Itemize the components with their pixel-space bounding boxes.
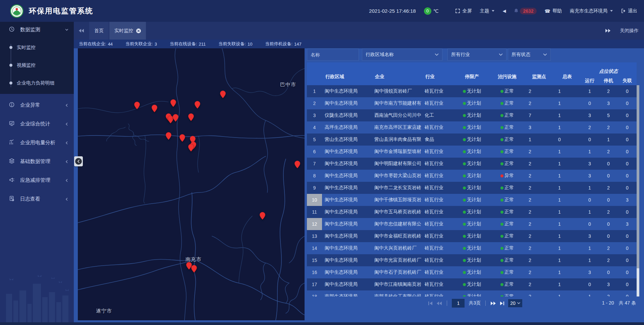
table-row[interactable]: 2 阆中生态环境局 阆中市南方节能建材有 砖瓦行业 无计划 正常 2 1 0 3… (307, 97, 637, 109)
meter-cell: 1 (554, 113, 580, 118)
map-pin-icon[interactable] (220, 91, 226, 98)
table-scrollbar[interactable] (637, 85, 639, 296)
stop-count-cell: 5 (599, 113, 618, 118)
map-pin-icon[interactable] (134, 102, 140, 109)
map-pin-icon[interactable] (195, 101, 200, 109)
tab-list: 首页实时监控 (89, 22, 147, 40)
map-pin-icon[interactable] (170, 99, 176, 107)
map-collapse-toggle[interactable] (74, 156, 83, 166)
horizontal-scrollbar[interactable] (0, 322, 644, 325)
meter-cell: 1 (554, 161, 580, 166)
sidebar-subitem[interactable]: 企业电力负荷明细 (0, 74, 74, 92)
table-row[interactable]: 7 阆中生态环境局 阆中明阳建材有限公司 砖瓦行业 无计划 正常 2 1 3 0… (307, 158, 637, 170)
collapse-sound-button[interactable]: ◀ (502, 8, 506, 13)
stop-count-cell: 0 (599, 161, 618, 166)
table-row[interactable]: 13 阆中生态环境局 阆中市金福旺页岩机砖 砖瓦行业 无计划 正常 2 1 3 … (307, 230, 637, 242)
close-operations-button[interactable]: 关闭操作 (620, 28, 639, 34)
sidebar-item[interactable]: 日志查看 (0, 191, 74, 207)
company-cell: 阆中市忠信建材有限公 (372, 221, 423, 227)
table-row[interactable]: 9 阆中生态环境局 阆中市二龙长宝页岩砖 砖瓦行业 无计划 正常 2 1 1 2… (307, 182, 637, 194)
status-dot-icon (463, 102, 466, 105)
map-markers: 巴中市南充市遂宁市 (78, 48, 305, 320)
status-dot-icon (463, 150, 466, 153)
sidebar-subitem[interactable]: 实时监控 (0, 39, 74, 56)
org-dropdown[interactable]: 南充市生态环境局 (570, 8, 613, 14)
points-cell: 2 (524, 221, 554, 227)
region-cell: 阆中生态环境局 (322, 281, 372, 287)
table-row[interactable]: 10 阆中生态环境局 阆中千佛镇五郎垭页岩 砖瓦行业 无计划 正常 2 1 0 … (307, 194, 637, 206)
table-row[interactable]: 4 高坪生态环境局 南充市高坪区王家店建 砖瓦行业 无计划 正常 3 1 2 2… (307, 121, 637, 133)
region-filter-select[interactable]: 行政区域名称 (362, 49, 442, 61)
table-row[interactable]: 3 仪陇生态环境局 西南油气田分公司川中 化工 无计划 正常 7 1 3 5 0 (307, 109, 637, 121)
page-number-input[interactable] (452, 299, 465, 308)
meter-cell: 1 (554, 173, 580, 178)
map-pin-icon[interactable] (188, 113, 194, 121)
table-row[interactable]: 8 阆中生态环境局 阆中市枣碧大梁山页岩 砖瓦行业 无计划 异常 2 1 3 0… (307, 170, 637, 182)
map-pin-icon[interactable] (191, 265, 197, 273)
table-row[interactable]: 18 南部生态环境局 南部县砖化工有限公司 砖瓦行业 无计划 正常 2 1 1 … (307, 290, 637, 296)
run-count-cell: 1 (580, 209, 599, 215)
sidebar-item[interactable]: 应急减排管理 (0, 172, 74, 188)
table-row[interactable]: 14 阆中生态环境局 阆中大兴页岩机砖厂 砖瓦行业 无计划 正常 2 1 1 2… (307, 242, 637, 254)
next-page-button[interactable] (490, 302, 496, 305)
map-canvas[interactable]: 巴中市南充市遂宁市 (78, 48, 305, 320)
stop-count-cell: 0 (599, 221, 618, 227)
map-pin-icon[interactable] (294, 161, 300, 168)
last-page-button[interactable] (500, 302, 504, 305)
table-row[interactable]: 16 阆中生态环境局 阆中市石子页岩机砖厂 砖瓦行业 无计划 正常 2 1 3 … (307, 266, 637, 278)
lost-count-cell: 0 (618, 270, 637, 275)
sidebar-item[interactable]: 企业异常 (0, 97, 74, 113)
sidebar-item[interactable]: 数据监测 (0, 22, 74, 37)
industry-filter-select[interactable]: 所有行业 (447, 49, 506, 61)
sidebar-item-label: 基础数据管理 (20, 158, 50, 165)
table-row[interactable]: 15 阆中生态环境局 阆中市光富页岩机砖厂 砖瓦行业 无计划 正常 2 1 1 … (307, 254, 637, 266)
map-pin-icon[interactable] (173, 114, 178, 122)
table-row[interactable]: 17 阆中生态环境局 阆中市江南镇阆南页岩 砖瓦行业 无计划 正常 2 1 0 … (307, 278, 637, 290)
stat-label: 当前失联设备: (218, 41, 246, 47)
scrollbar-thumb[interactable] (637, 85, 639, 268)
map-pin-icon[interactable] (179, 134, 185, 142)
sidebar-item[interactable]: 企业综合统计 (0, 116, 74, 131)
logout-button[interactable]: 退出 (621, 8, 637, 14)
total-count-label: 共 47 条 (619, 300, 636, 306)
facility-status-cell: 正常 (490, 149, 524, 155)
sidebar-item[interactable]: 基础数据管理 (0, 154, 74, 169)
map-pin-icon[interactable] (166, 132, 171, 140)
tabs-scroll-right-button[interactable] (605, 29, 610, 33)
points-cell: 1 (524, 137, 554, 142)
map-pin-icon[interactable] (260, 212, 265, 220)
help-button[interactable]: ☎ 帮助 (545, 8, 562, 14)
first-page-button[interactable] (428, 302, 433, 305)
sidebar-item[interactable]: 企业用电量分析 (0, 135, 74, 150)
table-row[interactable]: 5 营山生态环境局 营山县润丰肉食品有限 食品 无计划 正常 1 0 0 1 0 (307, 133, 637, 146)
map-pin-icon[interactable] (188, 144, 194, 152)
theme-dropdown[interactable]: 主题 (480, 8, 494, 14)
tab-close-icon[interactable] (136, 29, 141, 33)
name-filter-input[interactable] (307, 49, 359, 61)
page-size-select[interactable]: 20 (508, 299, 522, 307)
status-dot-icon (463, 283, 466, 286)
table-row[interactable]: 12 阆中生态环境局 阆中市忠信建材有限公 砖瓦行业 无计划 正常 2 1 0 … (307, 218, 637, 230)
table-row[interactable]: 1 阆中生态环境局 阆中强锐页岩砖厂 砖瓦行业 无计划 正常 2 1 1 2 0 (307, 85, 637, 97)
tabs-scroll-left-button[interactable] (74, 22, 89, 40)
fullscreen-button[interactable]: 全屏 (455, 8, 472, 14)
map-pin-icon[interactable] (152, 105, 157, 112)
table-row[interactable]: 11 阆中生态环境局 阆中市五马桥页岩机砖 砖瓦行业 无计划 正常 2 1 1 … (307, 206, 637, 218)
table-row[interactable]: 6 阆中生态环境局 阆中市金博瑞新型墙材 砖瓦行业 无计划 正常 2 1 1 2… (307, 146, 637, 158)
limit-status-cell: 无计划 (453, 269, 490, 275)
sidebar-item-label: 日志查看 (20, 196, 40, 202)
region-cell: 南部生态环境局 (322, 293, 372, 296)
industry-cell: 砖瓦行业 (423, 269, 453, 275)
meter-cell: 1 (554, 221, 580, 227)
notifications-button[interactable]: 2632 (514, 8, 536, 14)
status-filter-select[interactable]: 所有状态 (508, 49, 551, 61)
sidebar-item-label: 企业用电量分析 (20, 140, 55, 146)
industry-cell: 砖瓦行业 (423, 245, 453, 251)
industry-cell: 砖瓦行业 (423, 257, 453, 263)
stop-count-cell: 2 (599, 89, 618, 94)
sidebar-item-label: 企业异常 (20, 102, 40, 108)
sidebar-subitem[interactable]: 视频监控 (0, 56, 74, 74)
prev-page-button[interactable] (437, 302, 442, 305)
tab-首页[interactable]: 首页 (89, 22, 109, 40)
tab-实时监控[interactable]: 实时监控 (109, 22, 146, 40)
